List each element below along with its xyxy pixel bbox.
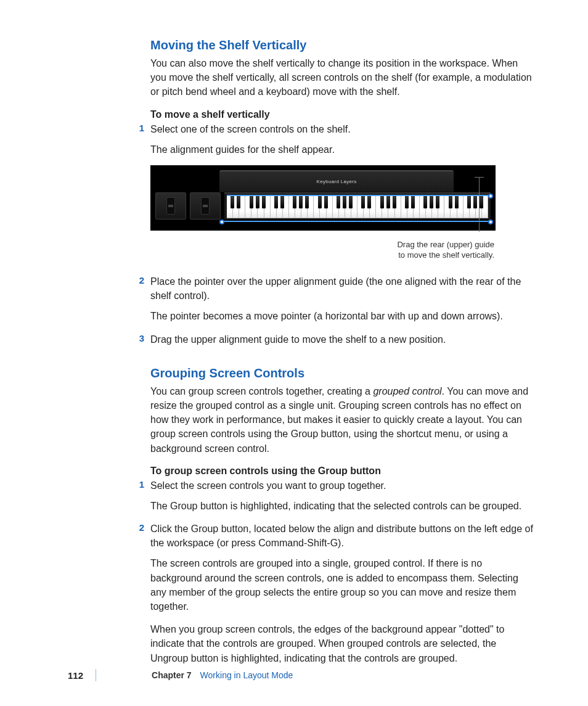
intro-paragraph: You can also move the shelf vertically t… <box>150 56 536 99</box>
step-number: 1 <box>137 479 150 490</box>
step-g1: 1 Select the screen controls you want to… <box>137 478 536 493</box>
alignment-guide-lower <box>219 221 493 222</box>
step-number: 1 <box>137 123 150 133</box>
alignment-guide-upper <box>227 195 488 196</box>
step-text: Select one of the screen controls on the… <box>150 122 536 136</box>
keyboard-layers-label: Keyboard Layers <box>317 179 357 184</box>
step-g2-follow1: The screen controls are grouped into a s… <box>150 556 536 614</box>
step-3: 3 Drag the upper alignment guide to move… <box>137 332 536 347</box>
figure-keyboard-shelf: Keyboard Layers <box>150 165 536 261</box>
step-text: Place the pointer over the upper alignme… <box>150 274 536 303</box>
figure-caption: Drag the rear (upper) guide to move the … <box>390 239 494 261</box>
step-1: 1 Select one of the screen controls on t… <box>137 122 536 136</box>
figure-caption-area: Drag the rear (upper) guide to move the … <box>150 239 496 261</box>
step-g1-follow: The Group button is highlighted, indicat… <box>150 499 536 513</box>
task-label-2: To group screen controls using the Group… <box>150 466 536 477</box>
step-number: 3 <box>137 333 150 343</box>
page-footer: 112 Chapter 7 Working in Layout Mode <box>0 669 588 681</box>
keyboard-panel: Keyboard Layers <box>150 165 496 231</box>
step-1-follow: The alignment guides for the shelf appea… <box>150 142 536 157</box>
task-label: To move a shelf vertically <box>150 109 536 120</box>
step-number: 2 <box>137 275 150 285</box>
mod-wheel <box>190 192 221 220</box>
step-number: 2 <box>137 522 150 533</box>
step-2-follow: The pointer becomes a move pointer (a ho… <box>150 309 536 323</box>
intro-paragraph-2: You can group screen controls together, … <box>150 384 536 456</box>
selection-handle <box>488 194 493 199</box>
chapter-label: Chapter 7 <box>152 670 192 680</box>
callout-leader-line <box>479 178 480 232</box>
piano-keys <box>224 192 491 220</box>
selection-handle <box>488 220 493 224</box>
step-g2-follow2: When you group screen controls, the edge… <box>150 622 536 665</box>
step-text: Drag the upper alignment guide to move t… <box>150 332 536 347</box>
step-text: Click the Group button, located below th… <box>150 522 536 550</box>
chapter-title: Working in Layout Mode <box>200 670 293 680</box>
step-g2: 2 Click the Group button, located below … <box>137 522 536 550</box>
footer-divider <box>96 669 96 681</box>
keyboard-top-shell: Keyboard Layers <box>219 170 454 192</box>
page-number: 112 <box>68 670 83 681</box>
heading-moving-shelf: Moving the Shelf Vertically <box>150 38 536 52</box>
pitch-wheel <box>155 192 186 220</box>
step-text: Select the screen controls you want to g… <box>150 478 536 493</box>
document-page: Moving the Shelf Vertically You can also… <box>0 0 588 665</box>
keyboard-row <box>155 192 491 220</box>
step-2: 2 Place the pointer over the upper align… <box>137 274 536 303</box>
selection-handle <box>219 220 224 224</box>
heading-grouping-controls: Grouping Screen Controls <box>150 366 536 380</box>
